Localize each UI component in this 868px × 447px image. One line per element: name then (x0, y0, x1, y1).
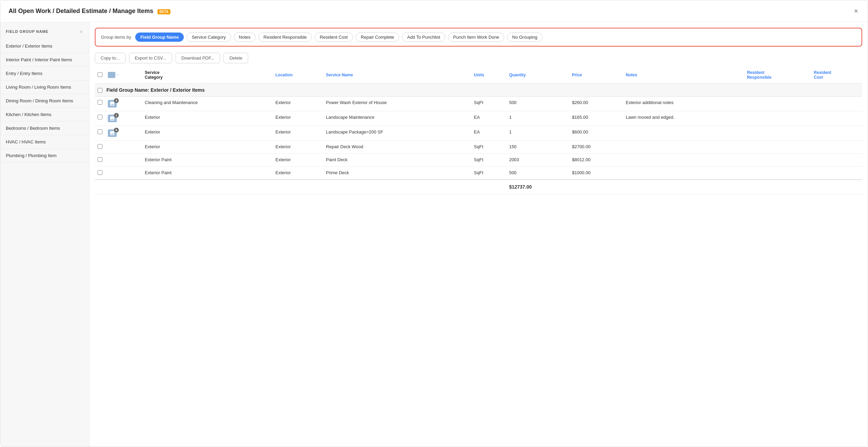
cell-resident-responsible-0 (744, 97, 811, 111)
cell-units-3: SqFt (471, 141, 507, 154)
sidebar-item-3[interactable]: Living Room / Living Room Items (0, 80, 89, 94)
cell-resident-cost-4 (811, 154, 862, 167)
th-quantity[interactable]: Quantity (506, 67, 569, 84)
sidebar-title: FIELD GROUP NAME (6, 29, 49, 34)
th-resident-responsible[interactable]: ResidentResponsible (744, 67, 811, 84)
cell-notes-5 (623, 167, 744, 180)
image-count-2: 6 (114, 128, 119, 132)
row-image-icon-1[interactable]: 1 (108, 115, 117, 122)
sidebar-items-list: Exterior / Exterior ItemsInterior Paint … (0, 39, 89, 163)
sidebar-collapse-button[interactable]: ‹ (79, 28, 84, 35)
cell-service-name-1: Landscape Maintenance (323, 111, 471, 126)
cell-notes-2 (623, 126, 744, 141)
group-btn-resident-responsible[interactable]: Resident Responsible (258, 33, 312, 42)
cell-resident-cost-2 (811, 126, 862, 141)
image-count-0: 3 (114, 98, 119, 103)
sidebar-item-1[interactable]: Interior Paint / Interior Paint Items (0, 53, 89, 67)
group-by-label: Group items by (101, 35, 131, 40)
close-button[interactable]: × (853, 6, 859, 16)
cell-price-3: $2700.00 (569, 141, 623, 154)
cell-quantity-4: 2003 (506, 154, 569, 167)
cell-resident-responsible-1 (744, 111, 811, 126)
items-table: ↑ ServiceCategory Location Service Name … (95, 67, 862, 194)
beta-badge: BETA (157, 9, 170, 14)
cell-quantity-2: 1 (506, 126, 569, 141)
th-price[interactable]: Price (569, 67, 623, 84)
table-row: 6 ExteriorExteriorLandscape Package>200 … (95, 126, 862, 141)
group-btn-no-grouping[interactable]: No Grouping (507, 33, 542, 42)
th-service-category[interactable]: ServiceCategory (142, 67, 273, 84)
cell-service-category-4: Exterior Paint (142, 154, 273, 167)
row-image-icon-2[interactable]: 6 (108, 129, 117, 137)
cell-units-0: SqFt (471, 97, 507, 111)
group-header-row: Field Group Name: Exterior / Exterior It… (95, 84, 862, 97)
th-resident-cost[interactable]: ResidentCost (811, 67, 862, 84)
sidebar-item-5[interactable]: Kitchen / Kitchen Items (0, 108, 89, 122)
th-location[interactable]: Location (273, 67, 323, 84)
group-btn-notes[interactable]: Notes (234, 33, 256, 42)
sidebar-item-8[interactable]: Plumbing / Plumbing Item (0, 149, 89, 163)
cell-service-name-2: Landscape Package>200 SF (323, 126, 471, 141)
cell-location-4: Exterior (273, 154, 323, 167)
cell-notes-0: Exterior additional notes (623, 97, 744, 111)
row-checkbox-0[interactable] (98, 100, 102, 105)
sidebar-item-4[interactable]: Dining Room / Dining Room Items (0, 94, 89, 108)
group-btn-add-to-punchlist[interactable]: Add To Punchlist (402, 33, 445, 42)
row-checkbox-4[interactable] (98, 157, 102, 162)
total-amount: $12737.00 (506, 180, 569, 194)
cell-units-1: EA (471, 111, 507, 126)
sidebar-item-6[interactable]: Bedrooms / Bedroom Items (0, 122, 89, 135)
th-image: ↑ (105, 67, 142, 84)
row-image-icon-0[interactable]: 3 (108, 100, 117, 107)
row-checkbox-5[interactable] (98, 170, 102, 175)
table-row: Exterior PaintExteriorPaint DeckSqFt2003… (95, 154, 862, 167)
table-container: ↑ ServiceCategory Location Service Name … (89, 67, 868, 194)
cell-quantity-3: 150 (506, 141, 569, 154)
group-btn-repair-complete[interactable]: Repair Complete (356, 33, 399, 42)
cell-service-category-0: Cleaning and Maintenance (142, 97, 273, 111)
cell-service-category-5: Exterior Paint (142, 167, 273, 180)
row-checkbox-3[interactable] (98, 144, 102, 149)
cell-units-5: SqFt (471, 167, 507, 180)
sidebar-header: FIELD GROUP NAME ‹ (0, 22, 89, 39)
group-btn-resident-cost[interactable]: Resident Cost (315, 33, 353, 42)
cell-quantity-5: 500 (506, 167, 569, 180)
cell-service-name-4: Paint Deck (323, 154, 471, 167)
cell-notes-1: Lawn moved and edged. (623, 111, 744, 126)
cell-service-name-5: Prime Deck (323, 167, 471, 180)
cell-service-name-0: Power Wash Exterior of House (323, 97, 471, 111)
cell-resident-responsible-2 (744, 126, 811, 141)
sidebar-item-0[interactable]: Exterior / Exterior Items (0, 39, 89, 53)
export-csv-button[interactable]: Export to CSV... (129, 53, 172, 63)
row-checkbox-2[interactable] (98, 129, 102, 134)
action-bar: Copy to... Export to CSV... Download PDF… (89, 49, 868, 67)
cell-units-4: SqFt (471, 154, 507, 167)
select-all-checkbox[interactable] (98, 72, 102, 77)
cell-resident-responsible-3 (744, 141, 811, 154)
cell-service-name-3: Repair Deck Wood (323, 141, 471, 154)
th-units[interactable]: Units (471, 67, 507, 84)
image-icon (108, 72, 115, 78)
delete-button[interactable]: Delete (224, 53, 248, 63)
cell-notes-3 (623, 141, 744, 154)
cell-price-0: $260.00 (569, 97, 623, 111)
group-checkbox[interactable] (98, 88, 102, 93)
group-btn-service-category[interactable]: Service Category (187, 33, 231, 42)
sidebar-item-2[interactable]: Entry / Entry Items (0, 67, 89, 80)
copy-to-button[interactable]: Copy to... (95, 53, 126, 63)
download-pdf-button[interactable]: Download PDF... (176, 53, 220, 63)
th-service-name[interactable]: Service Name (323, 67, 471, 84)
group-btn-punch-item-work-done[interactable]: Punch Item Work Done (448, 33, 504, 42)
cell-price-5: $1000.00 (569, 167, 623, 180)
main-content: Group items by Field Group NameService C… (89, 22, 868, 447)
group-by-bar: Group items by Field Group NameService C… (95, 28, 862, 47)
cell-price-1: $165.00 (569, 111, 623, 126)
sidebar-item-7[interactable]: HVAC / HVAC Items (0, 135, 89, 149)
cell-location-0: Exterior (273, 97, 323, 111)
th-notes[interactable]: Notes (623, 67, 744, 84)
cell-quantity-0: 500 (506, 97, 569, 111)
group-btn-field-group-name[interactable]: Field Group Name (135, 33, 184, 42)
cell-price-2: $600.00 (569, 126, 623, 141)
cell-service-category-1: Exterior (142, 111, 273, 126)
row-checkbox-1[interactable] (98, 115, 102, 119)
